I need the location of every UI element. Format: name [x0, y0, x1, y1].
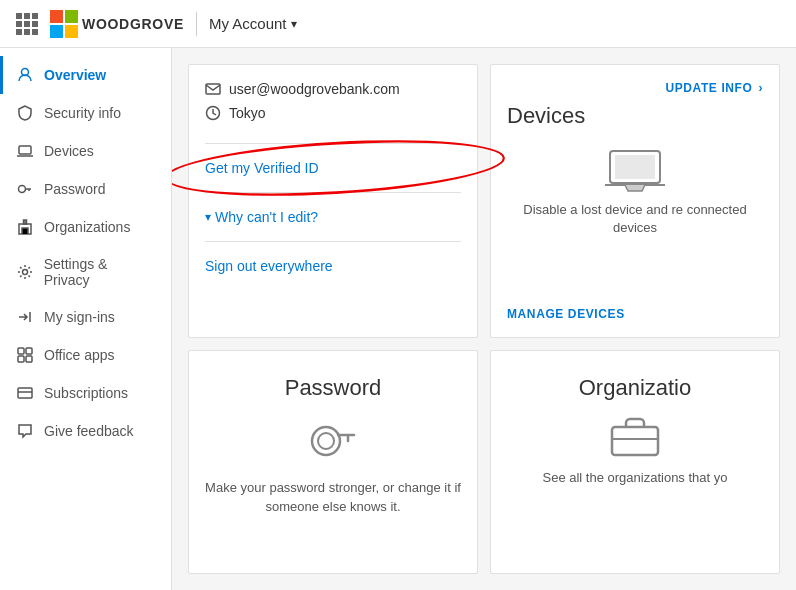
- profile-timezone: Tokyo: [229, 105, 266, 121]
- gear-icon: [16, 263, 34, 281]
- sidebar-item-label: Subscriptions: [44, 385, 128, 401]
- sign-out-button[interactable]: Sign out everywhere: [205, 252, 461, 280]
- sidebar-item-overview[interactable]: Overview: [0, 56, 171, 94]
- top-navigation: WOODGROVE My Account ▾: [0, 0, 796, 48]
- sidebar-item-password[interactable]: Password: [0, 170, 171, 208]
- organizations-card: Organizatio See all the organizations th…: [490, 350, 780, 574]
- main-content: user@woodgrovebank.com Tokyo Get my Veri…: [172, 48, 796, 590]
- sidebar-item-organizations[interactable]: Organizations: [0, 208, 171, 246]
- devices-card: UPDATE INFO › Devices Disable a lost dev…: [490, 64, 780, 338]
- chevron-down-icon: ▾: [291, 17, 297, 31]
- devices-description: Disable a lost device and re connected d…: [507, 201, 763, 237]
- sidebar-item-label: My sign-ins: [44, 309, 115, 325]
- sidebar-item-subscriptions[interactable]: Subscriptions: [0, 374, 171, 412]
- why-edit-label: Why can't I edit?: [215, 209, 318, 225]
- email-icon: [205, 81, 221, 97]
- svg-rect-21: [612, 427, 658, 455]
- account-title[interactable]: My Account ▾: [209, 15, 297, 32]
- sidebar-item-label: Office apps: [44, 347, 115, 363]
- sidebar-item-label: Security info: [44, 105, 121, 121]
- svg-point-20: [318, 433, 334, 449]
- sidebar-item-give-feedback[interactable]: Give feedback: [0, 412, 171, 450]
- signin-icon: [16, 308, 34, 326]
- profile-card: user@woodgrovebank.com Tokyo Get my Veri…: [188, 64, 478, 338]
- svg-rect-10: [18, 348, 24, 354]
- building-icon: [16, 218, 34, 236]
- woodgrove-logo-icon: [50, 10, 78, 38]
- briefcase-large-icon: [608, 413, 662, 457]
- profile-email: user@woodgrovebank.com: [229, 81, 400, 97]
- svg-rect-14: [18, 388, 32, 398]
- sidebar-item-label: Settings & Privacy: [44, 256, 155, 288]
- chevron-down-icon: ▾: [205, 210, 211, 224]
- verified-id-button[interactable]: Get my Verified ID: [205, 154, 319, 182]
- svg-rect-11: [26, 348, 32, 354]
- svg-rect-2: [50, 25, 63, 38]
- arrow-right-icon: ›: [758, 81, 763, 95]
- org-title: Organizatio: [579, 375, 692, 401]
- app-logo: WOODGROVE: [50, 10, 184, 38]
- laptop-icon: [16, 142, 34, 160]
- password-card: Password Make your password stronger, or…: [188, 350, 478, 574]
- svg-point-19: [312, 427, 340, 455]
- profile-timezone-row: Tokyo: [205, 105, 461, 121]
- update-info-label: UPDATE INFO: [665, 81, 752, 95]
- password-card-body: Password Make your password stronger, or…: [205, 367, 461, 515]
- sidebar-item-my-sign-ins[interactable]: My sign-ins: [0, 298, 171, 336]
- sidebar: Overview Security info Devices Password …: [0, 48, 172, 590]
- sidebar-item-label: Password: [44, 181, 105, 197]
- svg-rect-3: [65, 25, 78, 38]
- device-icon-area: [507, 149, 763, 193]
- devices-title: Devices: [507, 103, 763, 129]
- svg-rect-5: [19, 146, 31, 154]
- subscription-icon: [16, 384, 34, 402]
- svg-rect-13: [26, 356, 32, 362]
- feedback-icon: [16, 422, 34, 440]
- waffle-icon[interactable]: [16, 13, 38, 35]
- key-large-icon: [306, 413, 360, 467]
- profile-email-row: user@woodgrovebank.com: [205, 81, 461, 97]
- svg-rect-15: [206, 84, 220, 94]
- why-cant-edit-button[interactable]: ▾ Why can't I edit?: [205, 203, 461, 231]
- app-name: WOODGROVE: [82, 16, 184, 32]
- svg-point-9: [22, 270, 27, 275]
- sidebar-item-settings-privacy[interactable]: Settings & Privacy: [0, 246, 171, 298]
- sidebar-item-office-apps[interactable]: Office apps: [0, 336, 171, 374]
- verified-id-wrapper: Get my Verified ID: [205, 154, 461, 182]
- sidebar-item-label: Overview: [44, 67, 106, 83]
- sidebar-item-security-info[interactable]: Security info: [0, 94, 171, 132]
- svg-rect-0: [50, 10, 63, 23]
- shield-icon: [16, 104, 34, 122]
- update-info-button[interactable]: UPDATE INFO ›: [665, 81, 763, 95]
- sidebar-item-devices[interactable]: Devices: [0, 132, 171, 170]
- key-icon: [16, 180, 34, 198]
- password-title: Password: [285, 375, 382, 401]
- clock-icon: [205, 105, 221, 121]
- svg-rect-12: [18, 356, 24, 362]
- svg-rect-18: [615, 155, 655, 179]
- divider-3: [205, 241, 461, 242]
- divider-2: [205, 192, 461, 193]
- nav-divider: [196, 12, 197, 36]
- person-icon: [16, 66, 34, 84]
- svg-rect-1: [65, 10, 78, 23]
- apps-icon: [16, 346, 34, 364]
- svg-point-6: [19, 186, 26, 193]
- sidebar-item-label: Organizations: [44, 219, 130, 235]
- app-layout: Overview Security info Devices Password …: [0, 48, 796, 590]
- sidebar-item-label: Devices: [44, 143, 94, 159]
- org-card-body: Organizatio See all the organizations th…: [507, 367, 763, 487]
- org-description: See all the organizations that yo: [542, 469, 727, 487]
- laptop-large-icon: [605, 149, 665, 193]
- sidebar-item-label: Give feedback: [44, 423, 134, 439]
- password-description: Make your password stronger, or change i…: [205, 479, 461, 515]
- divider-1: [205, 143, 461, 144]
- manage-devices-button[interactable]: MANAGE DEVICES: [507, 307, 763, 321]
